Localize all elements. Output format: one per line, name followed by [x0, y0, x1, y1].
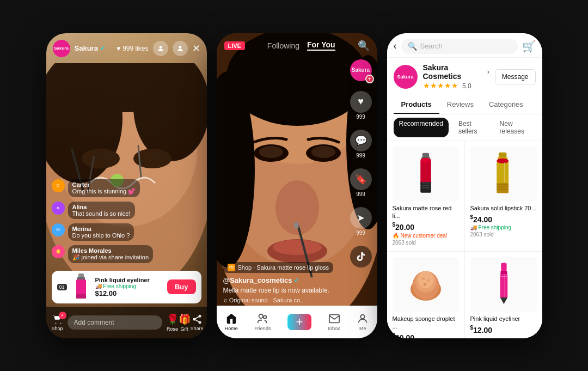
mid-top-bar: LIVE Following For You 🔍 — [217, 33, 377, 52]
following-tab[interactable]: Following — [267, 41, 299, 50]
product-price-2: $24.00 — [470, 214, 537, 224]
sub-tab-recommended[interactable]: Recommended — [394, 118, 449, 137]
svg-point-55 — [497, 158, 509, 163]
product-image-3 — [393, 257, 459, 312]
cart-icon[interactable]: 🛒 — [522, 40, 536, 53]
share-button[interactable]: Share — [191, 314, 204, 331]
right-phone: ‹ 🔍 Search 🛒 Sakura Sakura Cosmetics › — [387, 33, 542, 338]
product-thumbnail — [71, 275, 91, 299]
product-tag-2: 🚚Free shipping — [470, 224, 537, 230]
chat-area: C Carter Omg this is stunning 💕 A Alina … — [52, 179, 174, 267]
svg-point-17 — [56, 323, 57, 324]
chat-message-1: C Carter Omg this is stunning 💕 — [52, 179, 174, 197]
product-image-4 — [470, 257, 537, 312]
product-name: Pink liquid eyeliner — [95, 277, 163, 283]
sub-tab-bestsellers[interactable]: Best sellers — [453, 118, 490, 137]
svg-point-42 — [360, 315, 364, 319]
sold-count-1: 2063 sold — [393, 240, 459, 246]
gift-button[interactable]: 🎁 Gift — [179, 313, 191, 332]
profile-icon-2[interactable] — [173, 41, 188, 56]
user-avatar: Sakura — [53, 40, 70, 57]
mid-bottom-nav: Home Friends + Inbox Me — [217, 306, 377, 338]
mid-sidebar: Sakura + ♥ 999 💬 999 🔖 999 ➤ — [350, 59, 372, 267]
mid-sound: ♫ Original sound - Sakura co... — [223, 297, 341, 303]
product-card-1[interactable]: Sakura matte rose red li... $20.00 🔥New … — [387, 141, 464, 251]
product-name-1: Sakura matte rose red li... — [393, 204, 459, 220]
product-tag-1: 🔥New customer deal — [393, 233, 459, 239]
follow-button[interactable]: Sakura + — [350, 59, 372, 81]
brand-rating: 5.0 — [462, 82, 471, 90]
like-button[interactable]: ♥ 999 — [350, 91, 372, 120]
svg-rect-15 — [76, 279, 86, 296]
comment-input[interactable] — [68, 315, 162, 330]
search-input[interactable]: Search — [420, 42, 443, 50]
product-image-1 — [393, 147, 459, 201]
search-icon: 🔍 — [408, 42, 417, 51]
product-price-4: $12.00 — [470, 325, 537, 334]
comment-button[interactable]: 💬 999 — [350, 130, 372, 159]
profile-icon-1[interactable] — [153, 41, 168, 56]
search-box[interactable]: 🔍 Search — [401, 39, 518, 54]
product-name-2: Sakura solid lipstick 70... — [470, 204, 537, 212]
search-bar: ‹ 🔍 Search 🛒 — [387, 33, 542, 58]
buy-button[interactable]: Buy — [167, 279, 196, 294]
shop-product-label[interactable]: 🛍 Shop · Sakura matte rose lip gloss — [223, 262, 334, 273]
brand-header: Sakura Sakura Cosmetics › ★★★★★ 5.0 Mess… — [387, 58, 542, 96]
message-button[interactable]: Message — [495, 69, 536, 84]
shop-button[interactable]: 4 Shop — [52, 314, 63, 331]
product-card-2[interactable]: Sakura solid lipstick 70... $24.00 🚚Free… — [465, 141, 542, 251]
svg-rect-43 — [422, 153, 428, 157]
brand-avatar: Sakura — [394, 65, 418, 89]
share-button[interactable]: ➤ 999 — [350, 207, 372, 236]
mid-bottom-info: 🛍 Shop · Sakura matte rose lip gloss @Sa… — [217, 261, 347, 303]
product-price-1: $20.00 — [393, 222, 459, 232]
username-display: Sakura ✓ — [75, 44, 105, 52]
sub-tab-newreleases[interactable]: New releases — [494, 118, 536, 137]
chat-avatar-2: A — [52, 202, 65, 215]
svg-line-22 — [195, 320, 199, 321]
product-card-4[interactable]: Pink liquid eyeliner $12.00 — [465, 252, 542, 338]
verified-icon: ✓ — [100, 45, 105, 52]
sold-count-2: 2063 sold — [470, 232, 537, 238]
svg-rect-56 — [497, 184, 508, 185]
bottom-toolbar: 4 Shop 🌹 Rose 🎁 Gift Share — [46, 307, 207, 338]
close-button[interactable]: ✕ — [192, 42, 200, 54]
svg-point-20 — [193, 318, 195, 320]
tab-products[interactable]: Products — [394, 96, 439, 114]
pinned-product[interactable]: 01 Pink liquid eyeliner 🚚 Free shipping — [52, 271, 201, 303]
product-card-3[interactable]: Makeup sponge droplet ... $20.00 — [387, 252, 464, 338]
nav-me[interactable]: Me — [357, 313, 369, 331]
chat-avatar-4: 🌟 — [52, 245, 65, 258]
rose-button[interactable]: 🌹 Rose — [167, 313, 179, 332]
back-button[interactable]: ‹ — [394, 40, 397, 52]
nav-inbox[interactable]: Inbox — [328, 313, 340, 331]
svg-point-41 — [264, 316, 267, 319]
nav-add[interactable]: + — [287, 314, 311, 330]
tab-reviews[interactable]: Reviews — [439, 96, 481, 114]
svg-rect-16 — [76, 294, 86, 299]
svg-rect-45 — [420, 160, 431, 184]
svg-point-5 — [82, 149, 120, 168]
svg-rect-51 — [499, 152, 507, 157]
live-badge: LIVE — [224, 41, 245, 50]
nav-home[interactable]: Home — [225, 313, 238, 331]
mid-description: Mella matte rose lip is now available. — [223, 286, 341, 295]
search-icon[interactable]: 🔍 — [358, 40, 370, 52]
svg-rect-14 — [77, 277, 85, 279]
svg-point-65 — [426, 278, 429, 282]
left-phone: Sakura Sakura ✓ ♥999 likes — [46, 33, 207, 338]
svg-rect-49 — [421, 185, 429, 186]
brand-name[interactable]: Sakura Cosmetics › — [423, 63, 489, 81]
add-button[interactable]: + — [287, 314, 311, 330]
tab-categories[interactable]: Categories — [481, 96, 531, 114]
svg-rect-68 — [500, 271, 507, 275]
bookmark-button[interactable]: 🔖 999 — [350, 168, 372, 197]
product-image-2 — [470, 147, 537, 201]
svg-rect-53 — [497, 161, 509, 186]
product-price-3: $20.00 — [393, 332, 459, 338]
verified-icon-mid: ✓ — [294, 277, 299, 284]
svg-point-11 — [159, 46, 162, 48]
nav-friends[interactable]: Friends — [254, 313, 271, 331]
product-name-3: Makeup sponge droplet ... — [393, 315, 459, 331]
for-you-tab[interactable]: For You — [307, 40, 335, 51]
